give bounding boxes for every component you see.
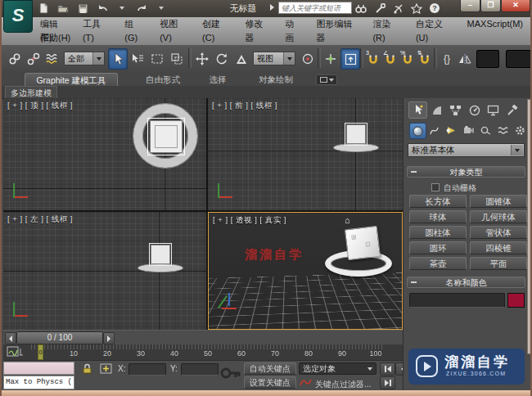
helpers-category[interactable] [478, 123, 494, 137]
communication-center-icon[interactable] [391, 2, 406, 15]
box-object-left-view[interactable] [151, 245, 170, 264]
select-and-manipulate-button[interactable] [321, 48, 340, 70]
menu-group[interactable]: 组(G) [117, 17, 152, 45]
plane-button[interactable]: 平面 [470, 257, 527, 270]
systems-category[interactable] [512, 123, 528, 137]
sphere-button[interactable]: 球体 [409, 210, 467, 223]
tab-graphite-modeling[interactable]: Graphite 建模工具 [25, 73, 118, 87]
next-frame-button[interactable] [103, 332, 115, 344]
mirror-button[interactable] [455, 48, 475, 70]
menu-rendering[interactable]: 渲染(R) [365, 17, 408, 45]
viewport-front-label[interactable]: [ + ] [ 前 ] [ 线框 ] [212, 101, 277, 111]
create-tab[interactable] [408, 101, 427, 119]
viewport-perspective[interactable]: 溜溜自学 ⊞ ⊡ [ + ] [ 透视 ] [ 真实 ] ⌂ [208, 212, 403, 330]
cylinder-button[interactable]: 圆柱体 [409, 226, 467, 239]
lights-category[interactable] [444, 123, 459, 137]
favorites-star-icon[interactable] [409, 2, 424, 15]
box-button[interactable]: 长方体 [409, 195, 467, 208]
select-and-rotate-button[interactable] [212, 48, 232, 70]
selection-set-dropdown[interactable]: 选定对象 [299, 362, 376, 375]
use-pivot-center-button[interactable] [298, 48, 318, 70]
search-input[interactable] [278, 2, 352, 14]
pyramid-button[interactable]: 四棱锥 [470, 241, 527, 254]
geosphere-button[interactable]: 几何球体 [470, 210, 527, 223]
dropdown-arrow-icon[interactable] [283, 52, 295, 65]
workspace-dropdown-icon[interactable] [154, 2, 169, 15]
menu-tools[interactable]: 工具(T) [75, 17, 117, 45]
title-flyout-icon[interactable] [270, 4, 274, 11]
menu-views[interactable]: 视图(V) [152, 17, 195, 45]
select-by-name-button[interactable] [128, 48, 147, 70]
search-binoculars-icon[interactable] [354, 2, 368, 15]
unlink-selection-icon[interactable] [24, 48, 43, 70]
x-coordinate-field[interactable] [128, 363, 166, 376]
dropdown-arrow-icon[interactable] [511, 145, 523, 155]
shapes-category[interactable] [426, 123, 442, 137]
object-type-rollout[interactable]: 对象类型 [407, 166, 525, 178]
selection-filter-dropdown[interactable]: 全部 [64, 52, 105, 65]
undo-icon[interactable] [95, 2, 110, 15]
selection-lock-icon[interactable] [82, 363, 92, 374]
viewport-front[interactable]: [ + ] [ 前 ] [ 线框 ] [208, 98, 403, 210]
select-and-link-icon[interactable] [5, 48, 25, 70]
tab-freeform[interactable]: 自由形式 [137, 73, 189, 86]
display-tab[interactable] [484, 101, 503, 119]
select-and-move-button[interactable] [192, 48, 212, 70]
object-color-swatch[interactable] [507, 293, 525, 308]
toolbar-end-box[interactable] [506, 50, 532, 68]
go-to-end-button[interactable] [380, 376, 395, 389]
keyboard-shortcut-override-toggle[interactable] [340, 48, 360, 70]
subtab-polygon-modeling[interactable]: 多边形建模 [5, 86, 57, 99]
torus-object-left-view[interactable] [138, 263, 183, 272]
new-file-icon[interactable] [36, 2, 51, 15]
menu-customize[interactable]: 自定义(U) [408, 17, 460, 45]
menu-animation[interactable]: 动画 [277, 17, 309, 45]
primitive-type-dropdown[interactable]: 标准基本体 [408, 143, 525, 157]
time-slider[interactable]: 0 / 100 [3, 330, 403, 345]
select-and-scale-button[interactable] [232, 48, 251, 70]
menu-modifiers[interactable]: 修改器 [238, 17, 278, 45]
utilities-tab[interactable] [503, 101, 521, 119]
panel-scrollbar[interactable] [527, 99, 532, 354]
y-coordinate-field[interactable] [181, 363, 219, 376]
undo-dropdown-icon[interactable] [115, 2, 129, 15]
open-file-icon[interactable] [56, 2, 70, 15]
menu-help[interactable]: 帮助(H) [33, 31, 78, 45]
help-icon[interactable]: ? [427, 2, 442, 15]
close-button[interactable]: ✕ [501, 0, 530, 12]
minimize-button[interactable]: – [460, 0, 480, 12]
dropdown-arrow-icon[interactable] [92, 52, 104, 65]
auto-key-button[interactable]: 自动关键点 [244, 362, 296, 375]
tab-object-paint[interactable]: 对象绘制 [250, 73, 302, 86]
autogrid-checkbox[interactable] [431, 183, 440, 191]
track-bar[interactable]: 0 10 20 30 40 50 60 70 80 90 100 [3, 344, 403, 361]
teapot-button[interactable]: 茶壶 [409, 257, 467, 270]
spinner-snap-toggle-button[interactable]: ⇅ [415, 48, 435, 70]
viewcube-home-icon[interactable]: ⌂ [345, 215, 350, 225]
space-warps-category[interactable] [495, 123, 511, 137]
selected-box-object[interactable] [150, 120, 183, 153]
set-keys-key-icon[interactable] [219, 362, 242, 384]
window-crossing-button[interactable] [167, 48, 187, 70]
viewport-perspective-label[interactable]: [ + ] [ 透视 ] [ 真实 ] [213, 215, 286, 226]
maxscript-mini-listener[interactable]: Max to Physcs ( [3, 376, 74, 389]
viewport-top[interactable]: [ + ] [ 顶 ] [ 线框 ] [3, 98, 206, 210]
bind-to-spacewarp-icon[interactable] [43, 48, 62, 70]
menu-graph-editors[interactable]: 图形编辑器 [309, 17, 366, 45]
cameras-category[interactable] [461, 123, 476, 137]
tube-button[interactable]: 管状体 [470, 226, 527, 239]
motion-tab[interactable] [465, 101, 484, 119]
viewport-left[interactable]: [ + ] [ 左 ] [ 线框 ] [3, 212, 206, 330]
max-app-logo[interactable]: S [3, 0, 33, 33]
select-object-button[interactable] [108, 48, 128, 70]
viewport-top-label[interactable]: [ + ] [ 顶 ] [ 线框 ] [7, 101, 73, 111]
viewport-left-label[interactable]: [ + ] [ 左 ] [ 线框 ] [7, 214, 73, 225]
key-filters-button[interactable]: 关键点过滤器... [315, 379, 371, 390]
box-object-front-view[interactable] [346, 124, 366, 144]
previous-frame-button[interactable] [5, 332, 16, 344]
current-frame-marker[interactable]: 0 [38, 344, 43, 360]
layer-manager-box[interactable] [476, 50, 499, 68]
tab-selection[interactable]: 选择 [200, 73, 236, 86]
geometry-category[interactable] [409, 123, 426, 139]
box-object-perspective[interactable]: ⊞ ⊡ [345, 226, 381, 261]
